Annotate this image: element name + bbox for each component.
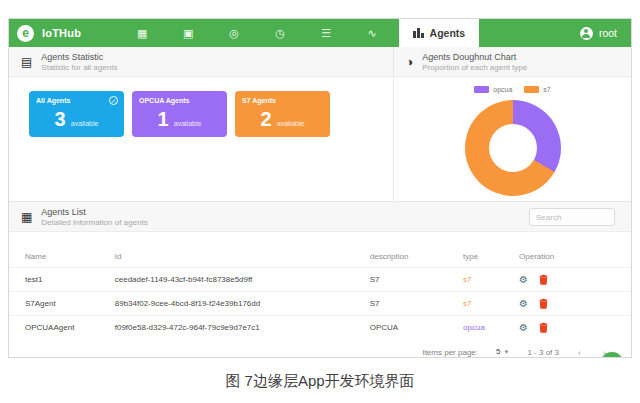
list-subtitle: Detailed information of agents	[41, 218, 147, 227]
table-icon: ▦	[21, 211, 32, 223]
column-header-name: Name	[9, 246, 115, 268]
delete-button[interactable]	[539, 322, 548, 333]
cell-type: s7	[463, 268, 519, 292]
equalizer-icon	[413, 28, 424, 38]
statistic-subtitle: Statistic for all agents	[41, 63, 117, 72]
stat-card-all-agents: All Agents ✓ 3available	[29, 91, 124, 137]
table-row: OPCUAAgent f09f0e58-d329-472c-964f-79c9e…	[9, 316, 631, 340]
brand-title: IoTHub	[42, 27, 81, 39]
monitor-icon[interactable]: ∿	[349, 27, 395, 40]
stat-card-label: All Agents	[36, 97, 117, 104]
legend-label: s7	[543, 86, 550, 93]
account-icon	[580, 27, 593, 40]
page-range: 1 - 3 of 3	[527, 348, 559, 357]
agents-statistic-panel: ▤ Agents Statistic Statistic for all age…	[9, 47, 394, 201]
list-title: Agents List	[41, 207, 147, 217]
table-header-row: Name Id description type Operation	[9, 246, 631, 268]
stat-card-opcua-agents: OPCUA Agents 1available	[132, 91, 227, 137]
chevron-down-icon: ▼	[503, 349, 509, 355]
items-per-page-label: Items per page:	[422, 348, 478, 357]
stat-cards: All Agents ✓ 3available OPCUA Agents 1av…	[9, 77, 393, 137]
statistic-panel-header: ▤ Agents Statistic Statistic for all age…	[9, 47, 393, 77]
cell-name: S7Agent	[9, 292, 115, 316]
legend-item-opcua: opcua	[474, 86, 512, 93]
stat-card-label: S7 Agents	[242, 97, 323, 104]
doughnut-title: Agents Doughnut Chart	[422, 52, 527, 62]
stat-card-s7-agents: S7 Agents 2available	[235, 91, 330, 137]
cell-name: test1	[9, 268, 115, 292]
chart-legend: opcua s7	[394, 86, 631, 93]
stat-card-value: 3	[55, 108, 66, 130]
stat-card-unit: available	[174, 120, 202, 127]
dashboard-icon[interactable]: ▦	[119, 27, 165, 40]
doughnut-chart	[465, 100, 561, 196]
column-header-operation: Operation	[519, 246, 631, 268]
agents-table: Name Id description type Operation test1…	[9, 246, 631, 339]
table-row: S7Agent 89b34f02-9cee-4bcd-8f19-f24e39b1…	[9, 292, 631, 316]
cell-type: opcua	[463, 316, 519, 340]
legend-swatch-opcua	[474, 86, 489, 93]
topbar: e IoTHub ▦ ▣ ◎ ◷ ☰ ∿ Agents root	[9, 19, 631, 47]
delete-button[interactable]	[539, 298, 548, 309]
search-input[interactable]	[529, 208, 615, 226]
settings-button[interactable]: ⚙	[519, 299, 528, 309]
cell-description: S7	[370, 268, 463, 292]
prev-page-button[interactable]: ‹	[575, 348, 584, 358]
cell-id: f09f0e58-d329-472c-964f-79c9e9d7e7c1	[115, 316, 370, 340]
column-header-id: Id	[115, 246, 370, 268]
cell-name: OPCUAAgent	[9, 316, 115, 340]
trash-icon	[539, 274, 548, 285]
column-header-description: description	[370, 246, 463, 268]
devices-icon[interactable]: ▣	[165, 27, 211, 40]
legend-label: opcua	[493, 86, 512, 93]
cell-description: S7	[370, 292, 463, 316]
tab-agents[interactable]: Agents	[399, 19, 479, 47]
trash-icon	[539, 298, 548, 309]
list-panel-header: ▦ Agents List Detailed information of ag…	[9, 202, 631, 232]
doughnut-panel: ◑ Agents Doughnut Chart Proportion of ea…	[394, 47, 631, 201]
history-icon[interactable]: ◷	[257, 27, 303, 40]
cell-description: OPCUA	[370, 316, 463, 340]
logs-icon[interactable]: ☰	[303, 27, 349, 40]
stat-card-unit: available	[277, 120, 305, 127]
caption: 图 7边缘层App开发环境界面	[0, 372, 640, 391]
iothub-logo-icon: e	[17, 25, 34, 42]
trash-icon	[539, 322, 548, 333]
tab-agents-label: Agents	[430, 27, 466, 39]
statistic-title: Agents Statistic	[41, 52, 117, 62]
table-row: test1 ceedadef-1149-43cf-b94f-fc8738e5d9…	[9, 268, 631, 292]
legend-swatch-s7	[524, 86, 539, 93]
column-header-type: type	[463, 246, 519, 268]
account-menu[interactable]: root	[580, 27, 617, 40]
stat-card-label: OPCUA Agents	[139, 97, 220, 104]
cell-id: ceedadef-1149-43cf-b94f-fc8738e5d9ff	[115, 268, 370, 292]
cell-type: s7	[463, 292, 519, 316]
cell-id: 89b34f02-9cee-4bcd-8f19-f24e39b176dd	[115, 292, 370, 316]
pagination: Items per page: 5 ▼ 1 - 3 of 3 ‹ ›	[9, 347, 631, 358]
doughnut-icon: ◑	[406, 56, 413, 68]
nav-icons: ▦ ▣ ◎ ◷ ☰ ∿	[119, 27, 395, 40]
doughnut-panel-header: ◑ Agents Doughnut Chart Proportion of ea…	[394, 47, 631, 77]
card-icon: ▤	[21, 56, 32, 68]
page-size-select[interactable]: 5 ▼	[494, 347, 511, 358]
delete-button[interactable]	[539, 274, 548, 285]
doughnut-subtitle: Proportion of each agent type	[422, 63, 527, 72]
settings-button[interactable]: ⚙	[519, 275, 528, 285]
page-size-value: 5	[496, 347, 500, 356]
stat-card-value: 2	[261, 108, 272, 130]
doughnut-hole	[489, 124, 537, 172]
app-window: e IoTHub ▦ ▣ ◎ ◷ ☰ ∿ Agents root ▤ Agent…	[8, 18, 632, 358]
settings-button[interactable]: ⚙	[519, 323, 528, 333]
stat-card-unit: available	[71, 120, 99, 127]
stat-card-value: 1	[158, 108, 169, 130]
legend-item-s7: s7	[524, 86, 550, 93]
username: root	[599, 27, 617, 39]
check-circle-icon: ✓	[109, 96, 118, 105]
security-icon[interactable]: ◎	[211, 27, 257, 40]
agents-list-panel: ▦ Agents List Detailed information of ag…	[9, 201, 631, 358]
